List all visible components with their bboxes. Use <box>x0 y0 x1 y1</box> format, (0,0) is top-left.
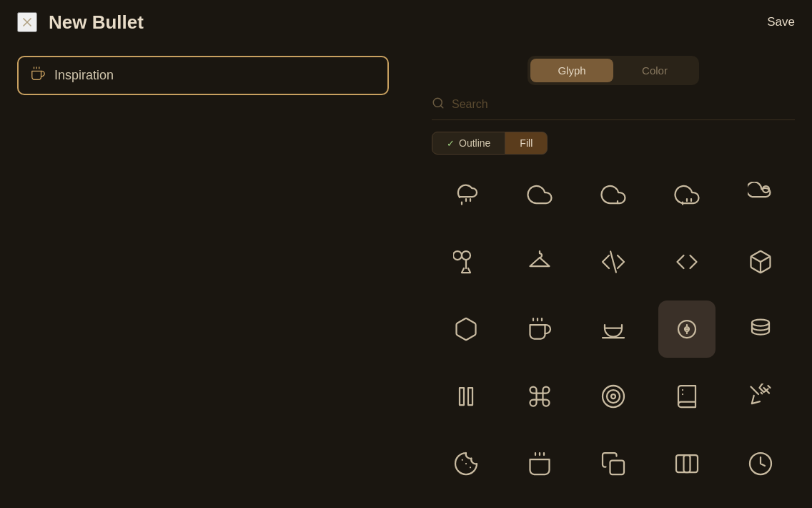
search-input[interactable] <box>452 98 795 111</box>
icon-code-bracket[interactable] <box>658 233 716 290</box>
glyph-tab[interactable]: Glyph <box>530 59 613 82</box>
svg-rect-20 <box>460 388 464 405</box>
icon-hanger[interactable] <box>511 233 568 290</box>
icon-box-3d[interactable] <box>732 233 789 290</box>
icon-cloud-rain[interactable] <box>658 166 716 223</box>
icon-pause-bars[interactable] <box>437 368 495 425</box>
icon-stack-coins[interactable] <box>732 301 789 358</box>
tab-toggle: Glyph Color <box>528 56 699 85</box>
svg-rect-27 <box>610 461 624 475</box>
check-mark: ✓ <box>447 138 455 149</box>
svg-line-6 <box>440 105 442 107</box>
icon-cloud-outline[interactable] <box>585 166 642 223</box>
svg-point-23 <box>607 390 620 403</box>
bullet-name-input[interactable] <box>54 68 376 83</box>
svg-point-24 <box>611 394 615 399</box>
page-title: New Bullet <box>49 11 144 34</box>
icon-cloud-drizzle[interactable] <box>437 166 495 223</box>
search-icon <box>432 97 445 112</box>
icon-party-popper[interactable] <box>732 368 789 425</box>
icon-clock[interactable] <box>732 435 789 492</box>
icon-cookie[interactable] <box>437 435 495 492</box>
icon-command-key[interactable] <box>511 368 568 425</box>
save-button[interactable]: Save <box>767 15 795 29</box>
right-panel: Glyph Color ✓ Outline Fill <box>415 44 812 508</box>
icon-notebook[interactable] <box>658 368 716 425</box>
icon-cube-outline[interactable] <box>437 301 495 358</box>
icon-target[interactable] <box>585 368 642 425</box>
svg-rect-21 <box>468 388 472 405</box>
icon-copy-pages[interactable] <box>585 435 642 492</box>
color-tab[interactable]: Color <box>613 59 696 82</box>
icon-coffee-cup[interactable] <box>511 435 568 492</box>
icon-bowl[interactable] <box>585 301 642 358</box>
header: New Bullet Save <box>0 0 812 44</box>
cup-icon <box>30 66 46 85</box>
icon-cloud-sun[interactable] <box>732 166 789 223</box>
close-button[interactable] <box>17 12 37 32</box>
svg-point-22 <box>603 386 624 407</box>
icon-copy-rect[interactable] <box>658 435 716 492</box>
icon-cloud-soft[interactable] <box>511 166 568 223</box>
fill-button[interactable]: Fill <box>505 132 548 155</box>
left-panel <box>0 44 415 508</box>
icons-grid <box>432 166 795 497</box>
name-input-wrapper <box>17 56 389 95</box>
main-content: Glyph Color ✓ Outline Fill <box>0 44 812 508</box>
icon-coin[interactable] <box>658 301 716 358</box>
header-left: New Bullet <box>17 11 144 34</box>
svg-line-10 <box>610 252 616 273</box>
icon-club[interactable] <box>437 233 495 290</box>
search-wrapper <box>432 97 795 120</box>
svg-point-19 <box>752 320 769 326</box>
icon-coffee-mug[interactable] <box>511 301 568 358</box>
outline-button[interactable]: ✓ Outline <box>432 132 505 155</box>
style-toggle: ✓ Outline Fill <box>432 132 795 155</box>
icon-code-slash[interactable] <box>585 233 642 290</box>
